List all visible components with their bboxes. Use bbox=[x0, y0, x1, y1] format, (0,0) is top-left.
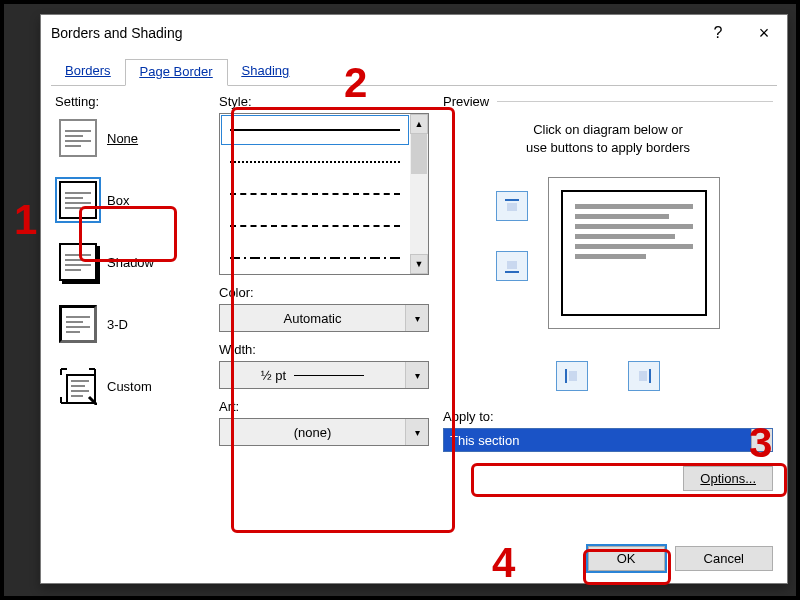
titlebar: Borders and Shading ? × bbox=[41, 15, 787, 51]
setting-custom-icon bbox=[59, 367, 97, 405]
tab-shading-label: Shading bbox=[242, 63, 290, 78]
color-label: Color: bbox=[219, 285, 429, 300]
dialog-footer: OK Cancel bbox=[41, 542, 787, 583]
options-button-label: Options... bbox=[700, 471, 756, 486]
setting-box-label: Box bbox=[107, 193, 129, 208]
close-button[interactable]: × bbox=[741, 17, 787, 49]
svg-rect-2 bbox=[505, 271, 519, 273]
border-left-button[interactable] bbox=[556, 361, 588, 391]
art-value: (none) bbox=[220, 419, 405, 445]
style-panel: Style: ▲ ▼ bbox=[219, 94, 429, 534]
chevron-down-icon[interactable]: ▾ bbox=[405, 362, 428, 388]
svg-rect-6 bbox=[649, 369, 651, 383]
apply-to-value: This section bbox=[444, 429, 751, 451]
chevron-down-icon[interactable]: ▾ bbox=[405, 305, 428, 331]
scroll-down-icon[interactable]: ▼ bbox=[410, 254, 428, 274]
svg-rect-7 bbox=[639, 371, 647, 381]
ok-button[interactable]: OK bbox=[588, 546, 665, 571]
setting-label: Setting: bbox=[55, 94, 205, 109]
setting-shadow-label: Shadow bbox=[107, 255, 154, 270]
style-listbox[interactable]: ▲ ▼ bbox=[219, 113, 429, 275]
setting-3d-label: 3-D bbox=[107, 317, 128, 332]
setting-none-icon bbox=[59, 119, 97, 157]
setting-none[interactable]: None bbox=[55, 113, 205, 163]
art-combo[interactable]: (none) ▾ bbox=[219, 418, 429, 446]
setting-3d[interactable]: 3-D bbox=[55, 299, 205, 349]
border-right-button[interactable] bbox=[628, 361, 660, 391]
tab-borders[interactable]: Borders bbox=[51, 59, 125, 86]
chevron-down-icon[interactable]: ▾ bbox=[405, 419, 428, 445]
border-bottom-button[interactable] bbox=[496, 251, 528, 281]
width-label: Width: bbox=[219, 342, 429, 357]
style-scrollbar[interactable]: ▲ ▼ bbox=[410, 114, 428, 274]
apply-to-label: Apply to: bbox=[443, 409, 773, 424]
tab-shading[interactable]: Shading bbox=[228, 59, 304, 86]
cancel-button-label: Cancel bbox=[704, 551, 744, 566]
svg-rect-4 bbox=[565, 369, 567, 383]
tab-borders-label: Borders bbox=[65, 63, 111, 78]
apply-to-combo[interactable]: This section ▾ bbox=[443, 428, 773, 452]
width-value: ½ pt bbox=[220, 362, 405, 388]
preview-hint: Click on diagram below or use buttons to… bbox=[451, 121, 765, 157]
tab-page-border-label: Page Border bbox=[140, 64, 213, 79]
setting-custom[interactable]: Custom bbox=[55, 361, 205, 411]
color-combo[interactable]: Automatic ▾ bbox=[219, 304, 429, 332]
setting-box-icon bbox=[59, 181, 97, 219]
setting-none-label: None bbox=[107, 131, 138, 146]
art-label: Art: bbox=[219, 399, 429, 414]
setting-panel: Setting: None Box bbox=[55, 94, 205, 534]
setting-custom-label: Custom bbox=[107, 379, 152, 394]
setting-box[interactable]: Box bbox=[55, 175, 205, 225]
style-label: Style: bbox=[219, 94, 429, 109]
cancel-button[interactable]: Cancel bbox=[675, 546, 773, 571]
page-preview[interactable] bbox=[548, 177, 720, 329]
borders-and-shading-dialog: Borders and Shading ? × Borders Page Bor… bbox=[40, 14, 788, 584]
tabstrip: Borders Page Border Shading bbox=[41, 51, 787, 86]
svg-rect-1 bbox=[507, 203, 517, 211]
annotation-number-1: 1 bbox=[14, 196, 37, 244]
tab-page-border[interactable]: Page Border bbox=[125, 59, 228, 86]
help-button[interactable]: ? bbox=[695, 17, 741, 49]
scroll-up-icon[interactable]: ▲ bbox=[410, 114, 428, 134]
ok-button-label: OK bbox=[617, 551, 636, 566]
svg-rect-3 bbox=[507, 261, 517, 269]
svg-rect-5 bbox=[569, 371, 577, 381]
preview-panel: Preview Click on diagram below or use bu… bbox=[443, 94, 773, 534]
border-top-button[interactable] bbox=[496, 191, 528, 221]
setting-shadow[interactable]: Shadow bbox=[55, 237, 205, 287]
preview-label: Preview bbox=[443, 94, 489, 109]
setting-shadow-icon bbox=[59, 243, 97, 281]
setting-3d-icon bbox=[59, 305, 97, 343]
svg-rect-0 bbox=[505, 199, 519, 201]
options-button[interactable]: Options... bbox=[683, 466, 773, 491]
color-value: Automatic bbox=[220, 305, 405, 331]
chevron-down-icon[interactable]: ▾ bbox=[751, 429, 772, 451]
dialog-title: Borders and Shading bbox=[41, 25, 695, 41]
width-combo[interactable]: ½ pt ▾ bbox=[219, 361, 429, 389]
